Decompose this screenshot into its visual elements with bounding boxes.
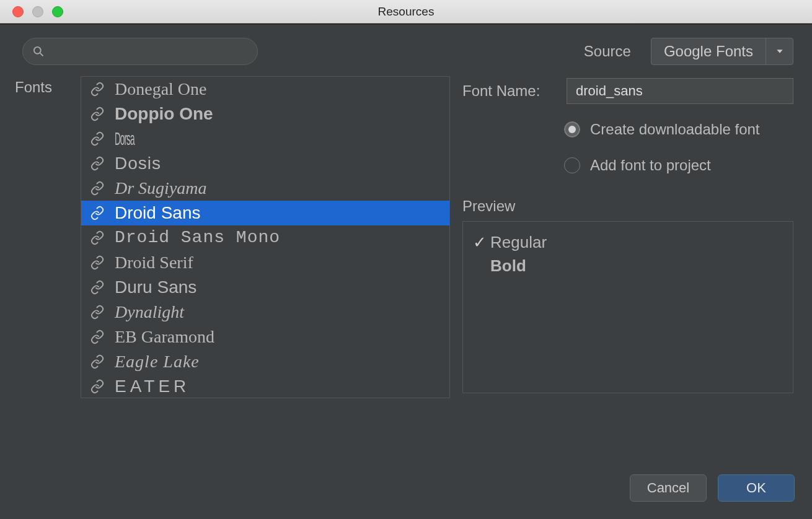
- cancel-button[interactable]: Cancel: [630, 474, 707, 502]
- svg-point-0: [34, 47, 41, 54]
- radio-add-project[interactable]: [564, 157, 580, 173]
- font-list-item-name: Donegal One: [115, 81, 207, 98]
- font-name-row: Font Name:: [462, 76, 793, 106]
- dialog-panel: Source Google Fonts Fonts Donegal OneDop…: [0, 24, 812, 519]
- radio-add-project-label: Add font to project: [590, 157, 711, 174]
- radio-downloadable-row[interactable]: Create downloadable font: [564, 115, 793, 144]
- font-list-item-name: Doppio One: [115, 105, 213, 123]
- link-icon: [90, 206, 105, 220]
- font-name-label: Font Name:: [462, 82, 555, 100]
- link-icon: [90, 131, 105, 146]
- maximize-window-button[interactable]: [52, 6, 63, 17]
- font-list-item[interactable]: Eagle Lake: [81, 349, 449, 374]
- link-icon: [90, 305, 105, 320]
- font-list-item[interactable]: Dr Sugiyama: [81, 176, 449, 201]
- preview-style-name: Regular: [490, 233, 547, 252]
- font-list-item-name: EATER: [115, 378, 190, 395]
- link-icon: [90, 82, 105, 97]
- window-title: Resources: [0, 5, 812, 19]
- link-icon: [90, 181, 105, 196]
- radio-add-project-row[interactable]: Add font to project: [564, 150, 793, 180]
- font-list-item[interactable]: Duru Sans: [81, 275, 449, 300]
- radio-downloadable[interactable]: [564, 121, 580, 137]
- ok-button[interactable]: OK: [718, 474, 795, 502]
- source-dropdown-value: Google Fonts: [651, 43, 766, 60]
- link-icon: [90, 280, 105, 295]
- dialog-footer: Cancel OK: [0, 460, 812, 519]
- font-list-item[interactable]: Dosis: [81, 151, 449, 176]
- titlebar: Resources: [0, 0, 812, 24]
- link-icon: [90, 230, 105, 245]
- chevron-down-icon: [766, 38, 793, 64]
- font-list-item-name: Dynalight: [115, 303, 184, 321]
- font-list-item-name: Droid Serif: [115, 254, 193, 271]
- minimize-window-button[interactable]: [32, 6, 43, 17]
- link-icon: [90, 107, 105, 121]
- font-list-item[interactable]: Donegal One: [81, 77, 449, 102]
- preview-style-row[interactable]: Bold: [473, 254, 783, 277]
- font-list-item-name: Eagle Lake: [115, 353, 200, 370]
- font-list-item-name: EB Garamond: [115, 328, 214, 346]
- font-list-item[interactable]: Doppio One: [81, 102, 449, 126]
- check-icon: ✓: [473, 233, 487, 252]
- font-list-item-name: Droid Sans Mono: [115, 229, 280, 246]
- font-list-item[interactable]: Droid Serif: [81, 250, 449, 275]
- preview-label: Preview: [462, 198, 793, 215]
- details-column: Font Name: Create downloadable font Add …: [462, 76, 793, 460]
- mid-section: Fonts Donegal OneDoppio OneDorsaDosisDr …: [0, 65, 812, 460]
- preview-box: ✓RegularBold: [462, 221, 793, 393]
- link-icon: [90, 354, 105, 369]
- svg-line-1: [40, 53, 43, 56]
- font-list-item-name: Dorsa: [115, 129, 135, 148]
- radio-downloadable-label: Create downloadable font: [590, 121, 760, 138]
- window-controls: [0, 6, 63, 17]
- search-input[interactable]: [22, 38, 258, 65]
- font-list-item-name: Duru Sans: [115, 279, 196, 296]
- link-icon: [90, 379, 105, 394]
- search-field-wrap: [22, 38, 258, 65]
- source-dropdown[interactable]: Google Fonts: [651, 38, 793, 65]
- font-list-item-name: Dosis: [115, 155, 161, 172]
- font-list-item[interactable]: EB Garamond: [81, 325, 449, 349]
- font-list-item[interactable]: EATER: [81, 374, 449, 398]
- font-list[interactable]: Donegal OneDoppio OneDorsaDosisDr Sugiya…: [81, 76, 450, 398]
- top-row: Source Google Fonts: [0, 24, 812, 65]
- font-list-item[interactable]: Droid Sans: [81, 201, 449, 225]
- link-icon: [90, 329, 105, 344]
- preview-style-name: Bold: [490, 256, 526, 276]
- link-icon: [90, 156, 105, 171]
- font-list-item[interactable]: Dorsa: [81, 126, 449, 151]
- preview-style-row[interactable]: ✓Regular: [473, 230, 783, 254]
- font-name-input[interactable]: [567, 78, 793, 104]
- font-list-item[interactable]: Dynalight: [81, 300, 449, 325]
- close-window-button[interactable]: [12, 6, 24, 17]
- font-list-item-name: Dr Sugiyama: [115, 180, 207, 197]
- font-list-item[interactable]: Droid Sans Mono: [81, 225, 449, 250]
- source-label: Source: [584, 43, 631, 60]
- font-list-item-name: Droid Sans: [115, 204, 201, 222]
- link-icon: [90, 255, 105, 270]
- search-icon: [32, 45, 45, 58]
- fonts-label: Fonts: [15, 76, 68, 460]
